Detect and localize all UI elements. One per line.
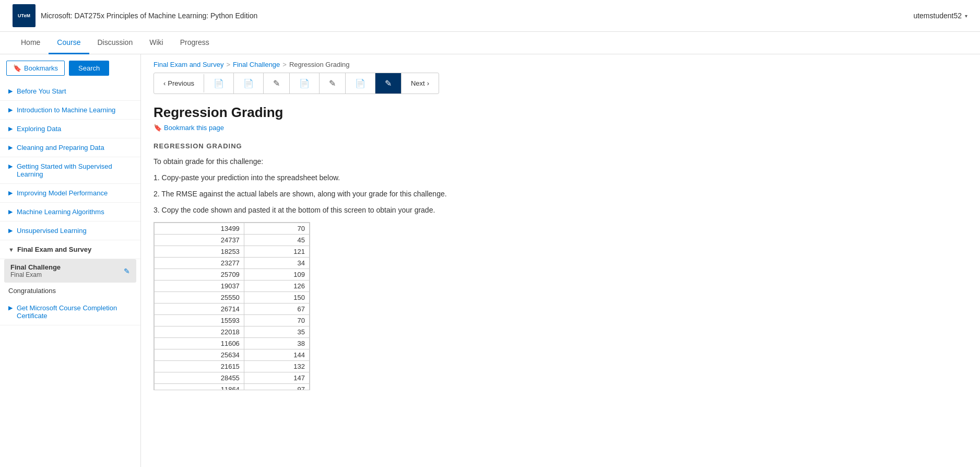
sidebar-item-exploring-data[interactable]: ▶ Exploring Data bbox=[0, 120, 140, 138]
sidebar-toolbar: 🔖 Bookmarks Search bbox=[0, 61, 140, 82]
sidebar-item-ml-algorithms[interactable]: ▶ Machine Learning Algorithms bbox=[0, 203, 140, 221]
logo-area: UTeM Microsoft: DAT275x Principles of Ma… bbox=[13, 4, 257, 27]
data-table-scroll[interactable]: 1349970247374518253121232773425709109190… bbox=[154, 223, 310, 390]
table-cell: 24737 bbox=[155, 235, 244, 246]
table-row: 21615132 bbox=[155, 361, 310, 372]
chevron-right-icon: ▶ bbox=[8, 88, 13, 95]
table-row: 1349970 bbox=[155, 223, 310, 235]
table-cell: 25550 bbox=[155, 292, 244, 303]
nav-tabs: Home Course Discussion Wiki Progress bbox=[0, 32, 980, 54]
breadcrumb-item-final-exam[interactable]: Final Exam and Survey bbox=[154, 61, 223, 68]
breadcrumb-item-final-challenge[interactable]: Final Challenge bbox=[233, 61, 280, 68]
table-cell: 70 bbox=[244, 315, 309, 326]
table-cell: 97 bbox=[244, 384, 309, 390]
step-2: 2. The RMSE against the actual labels ar… bbox=[154, 189, 967, 200]
sidebar-item-cleaning-data[interactable]: ▶ Cleaning and Preparing Data bbox=[0, 138, 140, 157]
table-cell: 109 bbox=[244, 269, 309, 281]
tab-home[interactable]: Home bbox=[13, 32, 49, 54]
content-area: Final Exam and Survey > Final Challenge … bbox=[141, 54, 980, 467]
table-row: 25634144 bbox=[155, 349, 310, 361]
table-cell: 150 bbox=[244, 292, 309, 303]
chevron-right-icon: ▶ bbox=[8, 125, 13, 132]
bookmark-icon: 🔖 bbox=[154, 124, 162, 132]
utem-logo: UTeM bbox=[13, 4, 36, 27]
table-cell: 25634 bbox=[155, 349, 244, 361]
tab-progress[interactable]: Progress bbox=[172, 32, 218, 54]
tab-wiki[interactable]: Wiki bbox=[141, 32, 171, 54]
intro-text: To obtain grade for this challenge: bbox=[154, 156, 967, 167]
nav-page-3[interactable]: ✎ bbox=[264, 73, 290, 94]
edit-icon-5: ✎ bbox=[329, 78, 336, 88]
nav-page-7-active[interactable]: ✎ bbox=[375, 73, 402, 94]
active-item-subtitle: Final Exam bbox=[10, 271, 61, 278]
nav-page-4[interactable]: 📄 bbox=[290, 73, 320, 94]
nav-page-1[interactable]: 📄 bbox=[204, 73, 234, 94]
table-cell: 15593 bbox=[155, 315, 244, 326]
prev-button[interactable]: ‹ Previous bbox=[154, 74, 204, 92]
table-cell: 26714 bbox=[155, 303, 244, 315]
step-1: 1. Copy-paste your prediction into the s… bbox=[154, 172, 967, 183]
top-header: UTeM Microsoft: DAT275x Principles of Ma… bbox=[0, 0, 980, 32]
sidebar: 🔖 Bookmarks Search ▶ Before You Start ▶ … bbox=[0, 54, 141, 467]
table-row: 2671467 bbox=[155, 303, 310, 315]
table-row: 1559370 bbox=[155, 315, 310, 326]
table-cell: 23277 bbox=[155, 258, 244, 269]
table-row: 2201835 bbox=[155, 326, 310, 338]
table-cell: 144 bbox=[244, 349, 309, 361]
edit-icon-3: ✎ bbox=[273, 78, 280, 88]
tab-discussion[interactable]: Discussion bbox=[89, 32, 141, 54]
active-item-title: Final Challenge bbox=[10, 263, 61, 271]
table-cell: 21615 bbox=[155, 361, 244, 372]
table-cell: 13499 bbox=[155, 223, 244, 235]
table-cell: 22018 bbox=[155, 326, 244, 338]
nav-page-6[interactable]: 📄 bbox=[346, 73, 375, 94]
sidebar-item-unsupervised[interactable]: ▶ Unsupervised Learning bbox=[0, 221, 140, 240]
search-button[interactable]: Search bbox=[69, 61, 109, 76]
table-cell: 70 bbox=[244, 223, 309, 235]
bookmarks-button[interactable]: 🔖 Bookmarks bbox=[6, 61, 65, 76]
sidebar-item-before-you-start[interactable]: ▶ Before You Start bbox=[0, 82, 140, 101]
nav-page-5[interactable]: ✎ bbox=[320, 73, 346, 94]
bookmark-this-page[interactable]: 🔖 Bookmark this page bbox=[154, 124, 967, 132]
table-row: 18253121 bbox=[155, 246, 310, 258]
page-icon-6: 📄 bbox=[355, 78, 365, 88]
sidebar-item-supervised[interactable]: ▶ Getting Started with Supervised Learni… bbox=[0, 157, 140, 184]
table-row: 28455147 bbox=[155, 372, 310, 384]
chevron-right-icon: ▶ bbox=[8, 227, 13, 234]
tab-course[interactable]: Course bbox=[49, 32, 89, 54]
sidebar-section-final-exam[interactable]: ▼ Final Exam and Survey bbox=[0, 240, 140, 259]
user-menu[interactable]: utemstudent52 ▾ bbox=[913, 11, 967, 20]
table-cell: 25709 bbox=[155, 269, 244, 281]
sidebar-active-item[interactable]: Final Challenge Final Exam ✎ bbox=[4, 259, 136, 283]
chevron-right-icon: › bbox=[427, 79, 429, 87]
chevron-right-icon: ▶ bbox=[8, 208, 13, 215]
username: utemstudent52 bbox=[913, 11, 962, 20]
table-cell: 11864 bbox=[155, 384, 244, 390]
table-row: 1186497 bbox=[155, 384, 310, 390]
main-layout: 🔖 Bookmarks Search ▶ Before You Start ▶ … bbox=[0, 54, 980, 467]
table-cell: 45 bbox=[244, 235, 309, 246]
sidebar-active-item-details: Final Challenge Final Exam ✎ bbox=[10, 263, 130, 278]
breadcrumb-item-current: Regression Grading bbox=[289, 61, 350, 68]
table-row: 2327734 bbox=[155, 258, 310, 269]
table-row: 19037126 bbox=[155, 281, 310, 292]
sidebar-item-intro-ml[interactable]: ▶ Introduction to Machine Learning bbox=[0, 101, 140, 120]
table-row: 1160638 bbox=[155, 338, 310, 349]
page-icon-2: 📄 bbox=[243, 78, 254, 88]
chevron-right-icon: ▶ bbox=[8, 190, 13, 196]
chevron-down-icon: ▼ bbox=[8, 247, 14, 253]
breadcrumb: Final Exam and Survey > Final Challenge … bbox=[154, 54, 967, 73]
table-cell: 11606 bbox=[155, 338, 244, 349]
next-button[interactable]: Next › bbox=[402, 74, 439, 92]
table-cell: 38 bbox=[244, 338, 309, 349]
nav-page-2[interactable]: 📄 bbox=[234, 73, 264, 94]
chevron-right-icon: ▶ bbox=[8, 305, 13, 311]
page-nav-bar: ‹ Previous 📄 📄 ✎ 📄 ✎ 📄 ✎ bbox=[154, 73, 439, 94]
table-cell: 126 bbox=[244, 281, 309, 292]
table-cell: 34 bbox=[244, 258, 309, 269]
header-title: Microsoft: DAT275x Principles of Machine… bbox=[41, 11, 257, 20]
sidebar-item-improving[interactable]: ▶ Improving Model Performance bbox=[0, 184, 140, 203]
sidebar-item-get-certificate[interactable]: ▶ Get Microsoft Course Completion Certif… bbox=[0, 299, 140, 325]
table-cell: 35 bbox=[244, 326, 309, 338]
table-cell: 19037 bbox=[155, 281, 244, 292]
